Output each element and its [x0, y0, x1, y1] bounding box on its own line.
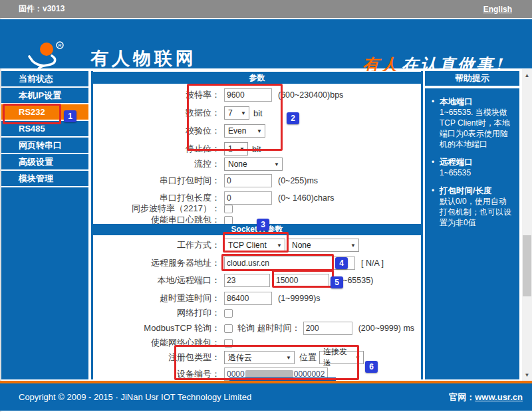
- parity-value: Even: [228, 126, 246, 136]
- help-item-body: 1~65535: [440, 167, 514, 178]
- sidebar-item-rs485[interactable]: RS485: [1, 121, 88, 136]
- stop-bits-label: 停止位：: [93, 143, 224, 155]
- firmware-version-label: 固件：v3013: [19, 3, 65, 15]
- sidebar-filler: [1, 187, 88, 379]
- data-bits-value: 7: [228, 108, 233, 118]
- copyright-text: Copyright © 2009 - 2015 · JiNan Usr IOT …: [19, 392, 251, 402]
- site-label: 官网：: [449, 392, 475, 402]
- serial-heartbeat-checkbox[interactable]: [224, 216, 233, 225]
- ports-label: 本地/远程端口：: [93, 274, 224, 286]
- baud-rate-hint: (600~230400)bps: [278, 90, 343, 100]
- data-bits-label: 数据位：: [93, 107, 224, 119]
- network-print-checkbox[interactable]: [224, 309, 233, 318]
- reconnect-row: 超时重连时间： (1~99999)s: [93, 290, 421, 306]
- modbus-hint: (200~9999) ms: [358, 324, 414, 333]
- work-mode-secondary-select[interactable]: None▼: [288, 239, 359, 252]
- ports-row: 本地/远程端口： (0~65535): [93, 272, 421, 288]
- local-port-input[interactable]: [224, 274, 270, 287]
- chevron-down-icon: ▼: [257, 128, 262, 134]
- brand-title: 有人物联网: [90, 47, 197, 70]
- work-mode-select[interactable]: TCP Client▼: [224, 239, 285, 252]
- annotation-badge-6: 6: [365, 361, 378, 373]
- help-panel: 本地端口 1~65535. 当模块做TCP Client时，本地端口为0表示使用…: [425, 88, 519, 379]
- sidebar-item-current-status[interactable]: 当前状态: [1, 71, 88, 86]
- baud-rate-label: 波特率：: [93, 89, 224, 101]
- pack-time-label: 串口打包时间：: [93, 175, 224, 187]
- data-bits-row: 数据位： 7▼ bit: [93, 105, 421, 121]
- remote-server-label: 远程服务器地址：: [93, 257, 224, 269]
- top-bar: 固件：v3013 English: [0, 0, 532, 18]
- sidebar-item-advanced-settings[interactable]: 高级设置: [1, 154, 88, 169]
- modbus-timeout-input[interactable]: [303, 322, 352, 335]
- register-packet-type-value: 透传云: [228, 352, 252, 363]
- help-panel-title: 帮助提示: [425, 71, 519, 86]
- help-item-title: 打包时间/长度: [440, 185, 514, 196]
- sync-baud-checkbox[interactable]: [224, 205, 233, 213]
- network-heartbeat-row: 使能网络心跳包：: [93, 337, 421, 349]
- scroll-thumb[interactable]: [523, 235, 531, 296]
- chevron-down-icon: ▼: [355, 355, 360, 361]
- chevron-down-icon: ▼: [241, 110, 246, 116]
- register-packet-type-select[interactable]: 透传云▼: [224, 351, 295, 364]
- page: 固件：v3013 English R 有人物联网 -物联网之联网专家- 有人在认…: [0, 0, 532, 412]
- svg-text:R: R: [58, 43, 61, 48]
- modbus-poll-checkbox[interactable]: [224, 324, 233, 333]
- sidebar-item-local-ip[interactable]: 本机IP设置: [1, 88, 88, 103]
- site-link[interactable]: www.usr.cn: [475, 392, 523, 402]
- work-mode-label: 工作方式：: [93, 239, 224, 251]
- parity-row: 校验位： Even▼: [93, 123, 421, 139]
- device-id-label: 设备编号：: [93, 368, 224, 380]
- stop-bits-value: 1: [228, 144, 233, 154]
- flow-control-row: 流控： None▼: [93, 156, 421, 172]
- annotation-badge-2: 2: [287, 112, 299, 124]
- help-list: 本地端口 1~65535. 当模块做TCP Client时，本地端口为0表示使用…: [432, 96, 514, 228]
- remote-port-input[interactable]: [273, 274, 329, 287]
- scroll-up-icon[interactable]: ▲: [522, 70, 532, 80]
- parity-label: 校验位：: [93, 125, 224, 137]
- register-packet-label: 注册包类型：: [93, 352, 224, 363]
- help-item: 打包时间/长度 默认0/0，使用自动打包机制；也可以设置为非0值: [432, 185, 514, 228]
- flow-control-select[interactable]: None▼: [224, 157, 283, 171]
- sidebar-item-web-to-serial[interactable]: 网页转串口: [1, 138, 88, 153]
- register-packet-position-value: 连接发送: [323, 346, 352, 369]
- scrollbar[interactable]: ▲ ▼: [522, 69, 532, 381]
- network-print-row: 网络打印：: [93, 307, 421, 319]
- data-bits-suffix: bit: [253, 108, 263, 118]
- register-packet-position-select[interactable]: 连接发送▼: [319, 351, 364, 364]
- baud-rate-row: 波特率： (600~230400)bps: [93, 87, 421, 103]
- scroll-down-icon[interactable]: ▼: [522, 370, 532, 379]
- baud-rate-input[interactable]: [224, 88, 272, 102]
- work-mode-row: 工作方式： TCP Client▼ None▼: [93, 237, 421, 253]
- flow-control-label: 流控：: [93, 158, 224, 170]
- reconnect-hint: (1~99999)s: [278, 294, 321, 303]
- serial-params-section-bar: 参数: [93, 72, 421, 84]
- modbus-poll-label: 轮询 超时时间：: [237, 322, 301, 334]
- pack-time-row: 串口打包时间： (0~255)ms: [93, 173, 421, 189]
- reconnect-time-input[interactable]: [224, 292, 272, 305]
- stop-bits-row: 停止位： 1▼ bit: [93, 141, 421, 157]
- header-banner: R 有人物联网 -物联网之联网专家- 有人在认真做事!: [0, 19, 532, 68]
- sidebar-item-module-management[interactable]: 模块管理: [1, 171, 88, 186]
- annotation-badge-1: 1: [64, 110, 76, 122]
- pack-time-hint: (0~255)ms: [278, 176, 318, 185]
- sync-baud-row: 同步波特率（2217）：: [93, 203, 421, 215]
- english-link[interactable]: English: [483, 5, 512, 14]
- help-item-title: 远程端口: [440, 157, 514, 167]
- parity-select[interactable]: Even▼: [224, 124, 265, 138]
- network-heartbeat-checkbox[interactable]: [224, 339, 233, 348]
- stop-bits-select[interactable]: 1▼: [224, 142, 248, 155]
- chevron-down-icon: ▼: [277, 243, 282, 249]
- help-item-title: 本地端口: [440, 96, 514, 107]
- pack-time-input[interactable]: [224, 174, 272, 187]
- remote-server-hint: [ N/A ]: [361, 258, 384, 268]
- sync-baud-label: 同步波特率（2217）：: [93, 203, 224, 215]
- data-bits-select[interactable]: 7▼: [224, 106, 249, 120]
- work-mode-secondary-value: None: [292, 241, 311, 250]
- help-item: 远程端口 1~65535: [432, 157, 514, 178]
- annotation-badge-5: 5: [331, 276, 343, 288]
- annotation-badge-3: 3: [257, 219, 269, 231]
- chevron-down-icon: ▼: [274, 161, 279, 167]
- footer-bar: Copyright © 2009 - 2015 · JiNan Usr IOT …: [0, 383, 532, 411]
- help-item-body: 默认0/0，使用自动打包机制；也可以设置为非0值: [440, 196, 514, 228]
- network-heartbeat-label: 使能网络心跳包：: [93, 337, 224, 349]
